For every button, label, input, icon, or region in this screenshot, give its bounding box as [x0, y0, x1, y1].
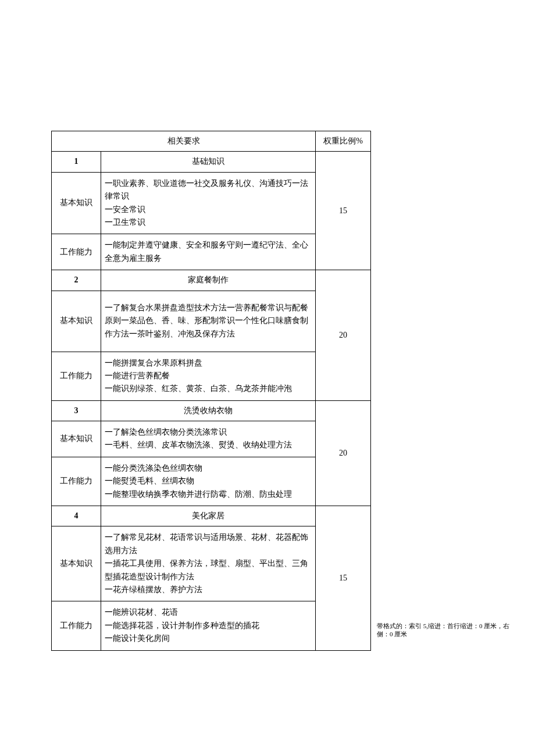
section-weight: 20: [316, 270, 371, 401]
row-label: 工作能力: [52, 457, 101, 506]
row-label: 基本知识: [52, 421, 101, 457]
table-header-row: 相关要求 权重比例%: [52, 131, 371, 152]
row-label: 基本知识: [52, 172, 101, 234]
format-annotation: 带格式的：索引 5,缩进：首行缩进：0 厘米，右侧：0 厘米: [377, 622, 522, 639]
section-header-row: 3 洗烫收纳衣物 20: [52, 400, 371, 421]
row-label: 工作能力: [52, 234, 101, 270]
section-title: 基础知识: [101, 152, 315, 172]
section-title: 家庭餐制作: [101, 270, 315, 291]
section-header-row: 2 家庭餐制作 20: [52, 270, 371, 291]
row-content: 一职业素养、职业道德一社交及服务礼仪、沟通技巧一法律常识一安全常识一卫生常识: [101, 172, 315, 234]
row-label: 工作能力: [52, 601, 101, 650]
section-header-row: 4 美化家居 15: [52, 506, 371, 526]
section-num: 2: [52, 270, 101, 291]
section-num: 3: [52, 400, 101, 421]
row-content: 一能制定并遵守健康、安全和服务守则一遵纪守法、全心全意为雇主服务: [101, 234, 315, 270]
row-content: 一能拼摆复合水果原料拼盘一能进行营养配餐一能识别绿茶、红茶、黄茶、白茶、乌龙茶并…: [101, 352, 315, 400]
section-weight: 15: [316, 152, 371, 270]
row-content: 一了解常见花材、花语常识与适用场景、花材、花器配饰选用方法一插花工具使用、保养方…: [101, 526, 315, 601]
section-weight: 15: [316, 506, 371, 651]
requirements-table: 相关要求 权重比例% 1 基础知识 15 基本知识 一职业素养、职业道德一社交及…: [51, 131, 371, 651]
section-title: 洗烫收纳衣物: [101, 400, 315, 421]
row-content: 一了解染色丝绸衣物分类洗涤常识一毛料、丝绸、皮革衣物洗涤、熨烫、收纳处理方法: [101, 421, 315, 457]
section-weight: 20: [316, 400, 371, 506]
row-content: 一了解复合水果拼盘造型技术方法一营养配餐常识与配餐原则一菜品色、香、味、形配制常…: [101, 291, 315, 352]
row-content: 一能辨识花材、花语一能选择花器，设计并制作多种造型的插花一能设计美化房间: [101, 601, 315, 650]
section-title: 美化家居: [101, 506, 315, 526]
row-label: 基本知识: [52, 291, 101, 352]
section-num: 4: [52, 506, 101, 526]
header-weight: 权重比例%: [316, 131, 371, 152]
row-label: 基本知识: [52, 526, 101, 601]
section-num: 1: [52, 152, 101, 172]
header-requirements: 相关要求: [52, 131, 316, 152]
row-label: 工作能力: [52, 352, 101, 400]
row-content: 一能分类洗涤染色丝绸衣物一能熨烫毛料、丝绸衣物一能整理收纳换季衣物并进行防霉、防…: [101, 457, 315, 506]
section-header-row: 1 基础知识 15: [52, 152, 371, 172]
